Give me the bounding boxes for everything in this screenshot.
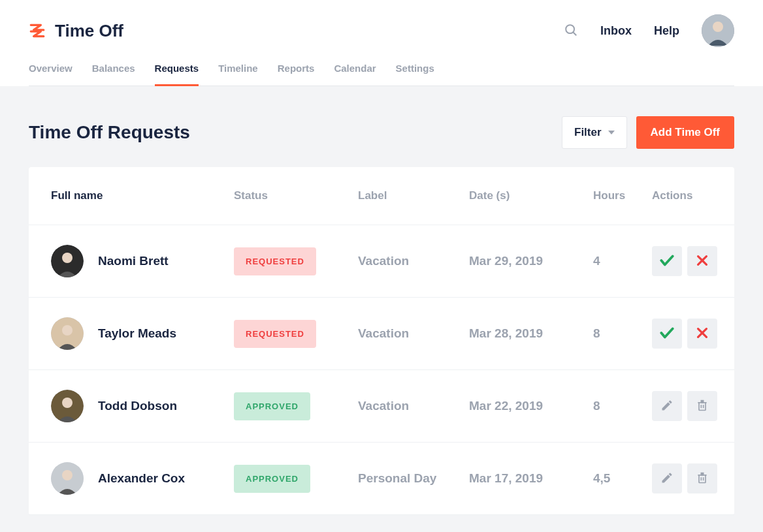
reject-button[interactable]: [687, 246, 717, 276]
col-hours: Hours: [593, 189, 652, 202]
row-dates: Mar 17, 2019: [469, 471, 593, 486]
tab-balances[interactable]: Balances: [92, 54, 135, 86]
row-avatar: [51, 245, 84, 277]
row-avatar: [51, 390, 84, 422]
tabs: OverviewBalancesRequestsTimelineReportsC…: [29, 54, 734, 86]
delete-button[interactable]: [687, 391, 717, 421]
table-row: Naomi BrettREQUESTEDVacationMar 29, 2019…: [29, 225, 734, 298]
table-row: Alexander CoxAPPROVEDPersonal DayMar 17,…: [29, 443, 734, 515]
search-icon: [564, 23, 578, 39]
row-dates: Mar 22, 2019: [469, 399, 593, 413]
row-label: Personal Day: [358, 471, 469, 486]
row-name: Naomi Brett: [98, 254, 169, 268]
pencil-icon: [660, 399, 674, 414]
approve-button[interactable]: [652, 319, 682, 349]
svg-point-13: [62, 398, 73, 408]
status-badge: REQUESTED: [234, 247, 316, 275]
row-label: Vacation: [358, 399, 469, 413]
trash-icon: [696, 471, 709, 486]
name-cell: Naomi Brett: [51, 245, 234, 277]
trash-icon: [696, 399, 709, 414]
row-name: Todd Dobson: [98, 399, 177, 413]
delete-button[interactable]: [687, 463, 717, 493]
tab-timeline[interactable]: Timeline: [218, 54, 258, 86]
content: Time Off Requests Filter Add Time Off Fu…: [0, 86, 763, 532]
col-dates: Date (s): [469, 189, 593, 202]
brand: Time Off: [29, 21, 123, 41]
col-actions: Actions: [652, 189, 712, 202]
row-hours: 8: [593, 326, 652, 341]
row-dates: Mar 28, 2019: [469, 326, 593, 341]
svg-point-0: [566, 25, 574, 33]
page-title: Time Off Requests: [29, 122, 190, 143]
status-badge: APPROVED: [234, 465, 310, 493]
x-icon: [695, 326, 709, 342]
svg-point-3: [713, 22, 723, 32]
tab-settings[interactable]: Settings: [396, 54, 434, 86]
col-status: Status: [234, 189, 358, 202]
tab-reports[interactable]: Reports: [278, 54, 315, 86]
row-avatar: [51, 462, 84, 495]
table-row: Taylor MeadsREQUESTEDVacationMar 28, 201…: [29, 298, 734, 370]
approve-button[interactable]: [652, 246, 682, 276]
chevron-down-icon: [608, 131, 615, 134]
requests-table: Full name Status Label Date (s) Hours Ac…: [29, 167, 734, 515]
table-row: Todd DobsonAPPROVEDVacationMar 22, 20198: [29, 370, 734, 443]
user-avatar[interactable]: [702, 14, 734, 47]
inbox-link[interactable]: Inbox: [600, 24, 632, 38]
row-name: Alexander Cox: [98, 471, 185, 486]
pencil-icon: [660, 471, 674, 486]
reject-button[interactable]: [687, 319, 717, 349]
tab-calendar[interactable]: Calendar: [334, 54, 376, 86]
svg-point-5: [62, 253, 73, 263]
logo-icon: [29, 22, 46, 39]
row-dates: Mar 29, 2019: [469, 254, 593, 268]
x-icon: [695, 253, 709, 270]
actions-cell: [652, 319, 717, 349]
help-link[interactable]: Help: [654, 24, 679, 38]
name-cell: Alexander Cox: [51, 462, 234, 495]
check-icon: [658, 252, 675, 271]
header-right: Inbox Help: [564, 14, 734, 47]
col-name: Full name: [51, 189, 234, 202]
actions-cell: [652, 246, 717, 276]
add-time-off-button[interactable]: Add Time Off: [636, 116, 734, 149]
app-header: Time Off Inbox Help Ove: [0, 0, 763, 86]
edit-button[interactable]: [652, 463, 682, 493]
row-avatar: [51, 317, 84, 350]
row-label: Vacation: [358, 254, 469, 268]
tab-overview[interactable]: Overview: [29, 54, 73, 86]
col-label: Label: [358, 189, 469, 202]
app-title: Time Off: [55, 21, 123, 41]
filter-button-label: Filter: [574, 126, 602, 139]
svg-line-1: [573, 32, 576, 35]
actions-cell: [652, 463, 717, 493]
row-hours: 4,5: [593, 471, 652, 486]
status-badge: APPROVED: [234, 392, 310, 420]
actions-cell: [652, 391, 717, 421]
table-header: Full name Status Label Date (s) Hours Ac…: [29, 167, 734, 225]
svg-point-9: [62, 325, 73, 336]
name-cell: Todd Dobson: [51, 390, 234, 422]
content-header-actions: Filter Add Time Off: [562, 116, 734, 149]
search-button[interactable]: [564, 23, 578, 39]
header-top: Time Off Inbox Help: [29, 14, 734, 54]
content-header: Time Off Requests Filter Add Time Off: [29, 116, 734, 149]
row-name: Taylor Meads: [98, 326, 176, 341]
row-label: Vacation: [358, 326, 469, 341]
name-cell: Taylor Meads: [51, 317, 234, 350]
status-badge: REQUESTED: [234, 320, 316, 348]
svg-point-17: [62, 470, 73, 480]
filter-button[interactable]: Filter: [562, 116, 627, 149]
tab-requests[interactable]: Requests: [155, 54, 199, 86]
check-icon: [658, 324, 675, 343]
row-hours: 4: [593, 254, 652, 268]
edit-button[interactable]: [652, 391, 682, 421]
row-hours: 8: [593, 399, 652, 413]
